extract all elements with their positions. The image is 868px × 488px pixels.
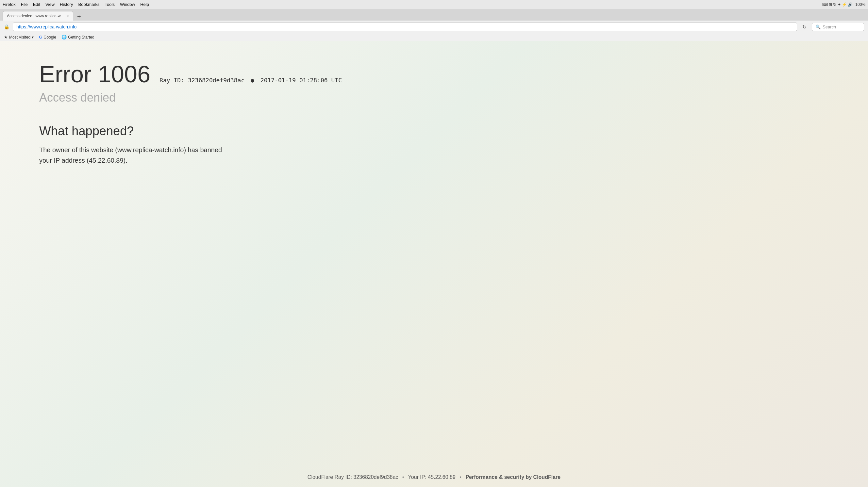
os-menubar: Firefox File Edit View History Bookmarks… [0, 0, 868, 9]
page-footer: CloudFlare Ray ID: 3236820def9d38ac • Yo… [0, 474, 868, 480]
tab-title: Access denied | www.replica-w... [7, 14, 64, 18]
footer-cloudflare-ray: CloudFlare Ray ID: 3236820def9d38ac [308, 474, 398, 480]
access-denied-text: Access denied [39, 91, 855, 104]
os-menubar-right: ⌨ ⊞ ↻ ✦ ⚡ 🔊 100% [822, 2, 865, 7]
most-visited-arrow: ▾ [32, 35, 34, 39]
browser-chrome: Access denied | www.replica-w... × + 🔒 ↻… [0, 9, 868, 41]
bookmark-getting-started[interactable]: 🌐 Getting Started [61, 35, 94, 39]
footer-sep2: • [460, 474, 461, 480]
search-box[interactable]: 🔍 Search [812, 23, 864, 31]
most-visited-label: Most Visited [9, 35, 30, 39]
getting-started-icon: 🌐 [61, 35, 67, 39]
description-text: The owner of this website (www.replica-w… [39, 145, 268, 166]
error-title-row: Error 1006 Ray ID: 3236820def9d38ac ● 20… [39, 61, 855, 88]
menu-help[interactable]: Help [140, 2, 149, 7]
reload-button[interactable]: ↻ [800, 23, 808, 31]
getting-started-label: Getting Started [68, 35, 94, 39]
menu-bookmarks[interactable]: Bookmarks [79, 2, 100, 7]
active-tab[interactable]: Access denied | www.replica-w... × [3, 11, 73, 21]
description-line2: your IP address (45.22.60.89). [39, 157, 127, 164]
address-bar: 🔒 ↻ 🔍 Search [0, 21, 868, 33]
footer-sep1: • [402, 474, 404, 480]
search-icon: 🔍 [815, 25, 820, 29]
error-title: Error 1006 [39, 61, 150, 88]
menu-file[interactable]: File [21, 2, 28, 7]
bookmarks-bar: ★ Most Visited ▾ G Google 🌐 Getting Star… [0, 33, 868, 41]
ray-id-value: 3236820def9d38ac [188, 77, 244, 84]
new-tab-button[interactable]: + [74, 13, 84, 21]
ray-id-label: Ray ID: [159, 77, 184, 84]
menu-edit[interactable]: Edit [33, 2, 40, 7]
bullet-separator: ● [251, 77, 254, 84]
menu-window[interactable]: Window [120, 2, 135, 7]
what-happened-heading: What happened? [39, 124, 855, 138]
menu-firefox[interactable]: Firefox [3, 2, 16, 7]
lock-icon: 🔒 [4, 24, 9, 29]
tab-bar: Access denied | www.replica-w... × + [0, 9, 868, 21]
footer-performance: Performance & security by CloudFlare [465, 474, 560, 480]
search-placeholder: Search [823, 25, 836, 29]
bookmark-google[interactable]: G Google [39, 35, 56, 39]
page-content: Error 1006 Ray ID: 3236820def9d38ac ● 20… [0, 41, 868, 487]
menu-tools[interactable]: Tools [105, 2, 115, 7]
bookmark-most-visited[interactable]: ★ Most Visited ▾ [4, 35, 34, 39]
google-icon: G [39, 35, 42, 39]
battery-percent: 100% [855, 2, 865, 7]
tab-close-button[interactable]: × [66, 13, 69, 19]
timestamp: 2017-01-19 01:28:06 UTC [260, 77, 342, 84]
menu-view[interactable]: View [45, 2, 55, 7]
url-input[interactable] [13, 23, 797, 31]
footer-your-ip: Your IP: 45.22.60.89 [408, 474, 456, 480]
menu-history[interactable]: History [60, 2, 73, 7]
most-visited-icon: ★ [4, 35, 8, 39]
system-icons: ⌨ ⊞ ↻ ✦ ⚡ 🔊 [822, 2, 853, 7]
description-line1: The owner of this website (www.replica-w… [39, 147, 222, 154]
google-label: Google [43, 35, 56, 39]
ray-info: Ray ID: 3236820def9d38ac ● 2017-01-19 01… [159, 77, 342, 84]
